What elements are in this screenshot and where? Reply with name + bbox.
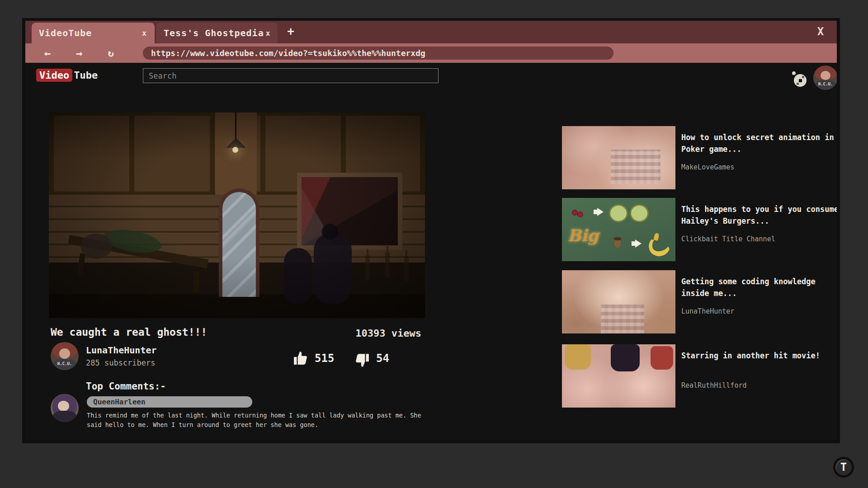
figure-hair — [565, 344, 591, 370]
figure-hair — [651, 346, 673, 370]
suggested-video-title: Starring in another hit movie! — [681, 350, 820, 361]
user-avatar-image: H.C.U. — [813, 66, 837, 90]
dislike-count: 54 — [376, 352, 389, 365]
suggested-video-text: This happens to you if you consume Haile… — [681, 198, 837, 261]
suggested-video-channel: MakeLoveGames — [681, 163, 734, 171]
tab-videotube[interactable]: VideoTube x — [32, 23, 155, 43]
video-player[interactable] — [49, 113, 425, 318]
video-views: 10393 views — [278, 328, 421, 339]
browser-window: VideoTube x Tess's Ghostpedia x + X ← → … — [22, 18, 840, 443]
browser-window-inner: VideoTube x Tess's Ghostpedia x + X ← → … — [25, 21, 837, 440]
censor-mosaic — [611, 150, 660, 184]
suggested-video-text: Starring in another hit movie! RealRuthH… — [681, 344, 837, 408]
vignette — [49, 113, 425, 318]
video-thumbnail[interactable]: Big — [562, 198, 675, 261]
forward-icon[interactable]: → — [73, 47, 85, 59]
commenter-name-pill[interactable]: QueenHarleen — [87, 396, 252, 408]
logo-tube-text: Tube — [74, 70, 98, 81]
comment-text: This remind me of the last night. While … — [87, 411, 434, 430]
tab-videotube-label: VideoTube — [39, 28, 92, 38]
suggested-video-text: Getting some coding knowledge inside me.… — [681, 270, 837, 333]
window-close-button[interactable]: X — [814, 25, 827, 38]
cherry-icon — [577, 211, 583, 217]
address-url: https://www.videotube.com/video?=tsukiko… — [151, 48, 425, 58]
suggested-video-text: How to unlock secret animation in Poker … — [681, 126, 837, 189]
commenter-avatar-image — [51, 394, 79, 422]
user-avatar[interactable]: H.C.U. — [813, 66, 837, 90]
video-thumbnail[interactable] — [562, 126, 675, 189]
channel-avatar[interactable]: H.C.U. — [51, 342, 79, 370]
tab-strip: VideoTube x Tess's Ghostpedia x + X — [25, 21, 837, 43]
commenter-avatar[interactable] — [51, 394, 79, 422]
suggested-video-title: Getting some coding knowledge inside me.… — [681, 276, 837, 299]
tab-videotube-close-icon[interactable]: x — [140, 28, 148, 38]
suggested-video[interactable]: Starring in another hit movie! RealRuthH… — [562, 344, 837, 408]
thumbnail-big-text: Big — [567, 226, 599, 245]
channel-subscribers: 285 subscribers — [86, 358, 156, 367]
game-menu-button[interactable]: T — [833, 457, 854, 478]
suggested-video-channel: LunaTheHunter — [681, 307, 734, 315]
channel-avatar-image: H.C.U. — [51, 342, 79, 370]
arrow-icon — [597, 208, 604, 216]
suggested-video[interactable]: How to unlock secret animation in Poker … — [562, 126, 837, 189]
melon-icon — [609, 204, 628, 222]
video-thumbnail[interactable] — [562, 344, 675, 408]
avatar-face — [58, 401, 69, 412]
thumbs-up-icon[interactable] — [293, 350, 308, 366]
videotube-page: Video Tube H.C.U. — [25, 63, 837, 440]
suggested-video[interactable]: Big This happens to you if you consume H… — [562, 198, 837, 261]
back-icon[interactable]: ← — [42, 47, 53, 59]
channel-name[interactable]: LunaTheHunter — [86, 345, 157, 356]
video-thumbnail[interactable] — [562, 270, 675, 333]
tab-ghostpedia-close-icon[interactable]: x — [264, 28, 272, 38]
figure-hair — [611, 344, 640, 371]
logo-video-box: Video — [36, 69, 72, 82]
browser-toolbar: ← → ↻ https://www.videotube.com/video?=t… — [25, 43, 837, 63]
avatar-badge: H.C.U. — [813, 82, 837, 86]
new-tab-button[interactable]: + — [284, 24, 297, 38]
censor-mosaic — [601, 305, 644, 333]
acorn-icon — [614, 239, 621, 248]
refresh-icon[interactable]: ↻ — [105, 47, 117, 59]
commenter-name: QueenHarleen — [93, 398, 146, 406]
tab-ghostpedia-label: Tess's Ghostpedia — [164, 28, 264, 38]
suggested-video[interactable]: Getting some coding knowledge inside me.… — [562, 270, 837, 333]
avatar-badge: H.C.U. — [51, 361, 79, 366]
tab-ghostpedia[interactable]: Tess's Ghostpedia x — [156, 23, 278, 43]
avatar-body — [53, 411, 76, 422]
moon-icon[interactable] — [788, 69, 809, 88]
suggested-video-title: This happens to you if you consume Haile… — [681, 203, 837, 227]
suggested-video-channel: Clickbait Title Channel — [681, 235, 775, 243]
video-title: We caught a real ghost!!! — [51, 326, 207, 338]
suggested-video-channel: RealRuthHillford — [681, 381, 747, 389]
banana-icon — [647, 233, 667, 251]
search-input[interactable] — [143, 68, 439, 83]
melon-icon — [630, 204, 649, 222]
arrow-icon — [635, 239, 642, 248]
avatar-face — [821, 71, 830, 80]
comments-heading: Top Comments:- — [86, 381, 166, 392]
like-count: 515 — [315, 352, 334, 365]
address-bar[interactable]: https://www.videotube.com/video?=tsukiko… — [143, 47, 613, 60]
thumbs-down-icon[interactable] — [354, 353, 370, 368]
videotube-logo[interactable]: Video Tube — [36, 69, 98, 82]
suggested-video-title: How to unlock secret animation in Poker … — [681, 131, 837, 155]
